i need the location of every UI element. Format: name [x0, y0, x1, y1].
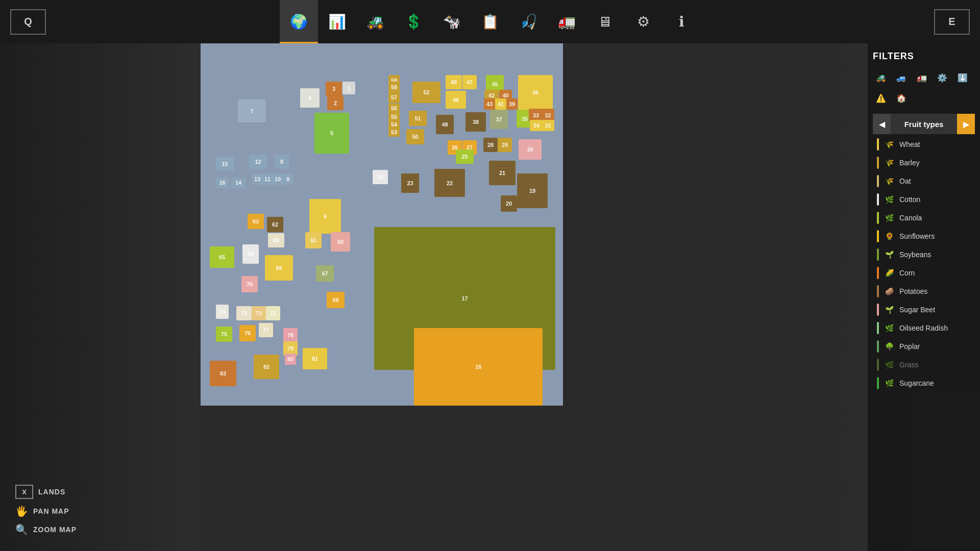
map-parcel[interactable]: 63 [248, 214, 264, 229]
fruit-type-item[interactable]: 🌽Corn [873, 264, 975, 282]
map-parcel[interactable]: 65 [210, 246, 234, 268]
map-parcel[interactable]: 9 [282, 173, 293, 185]
map-parcel[interactable]: 3 [326, 82, 342, 96]
map-container[interactable]: 3142759585248474536574642404341395655514… [201, 43, 563, 406]
map-parcel[interactable]: 83 [210, 361, 236, 386]
map-parcel[interactable]: 80 [285, 354, 296, 365]
fruit-type-item[interactable]: 🌿Cotton [873, 190, 975, 209]
fruit-type-item[interactable]: 🌳Poplar [873, 337, 975, 356]
map-parcel[interactable]: 74 [216, 305, 229, 319]
nav-map-tab[interactable]: 🌍 [280, 0, 318, 43]
nav-info-tab[interactable]: ℹ [663, 0, 701, 43]
map-parcel[interactable]: 71 [266, 306, 280, 320]
q-button[interactable]: Q [10, 9, 46, 35]
map-parcel[interactable]: 8 [275, 155, 289, 169]
map-parcel[interactable]: 25 [456, 149, 474, 164]
map-parcel[interactable]: 53 [388, 128, 400, 137]
filter-house-icon[interactable]: 🏠 [893, 90, 910, 106]
nav-delivery-tab[interactable]: 🎣 [509, 0, 548, 43]
nav-blocks-tab[interactable]: ⚙ [624, 0, 663, 43]
map-parcel[interactable]: 14 [231, 177, 246, 188]
map-parcel[interactable]: 64 [242, 244, 259, 264]
map-parcel[interactable]: 48 [446, 75, 462, 89]
map-parcel[interactable]: 6 [309, 199, 341, 234]
map-parcel[interactable]: 24 [373, 170, 388, 184]
nav-screen-tab[interactable]: 🖥 [586, 0, 624, 43]
fruit-type-item[interactable]: 🌿Grass [873, 356, 975, 374]
fruit-type-item[interactable]: 🌿Oilseed Radish [873, 319, 975, 337]
fruit-type-item[interactable]: 🌾Wheat [873, 135, 975, 154]
map-parcel[interactable]: 37 [490, 110, 508, 129]
map-parcel[interactable]: 36 [518, 75, 553, 110]
map-parcel[interactable]: 43 [484, 98, 495, 110]
map-parcel[interactable]: 50 [406, 129, 424, 144]
map-parcel[interactable]: 31 [542, 120, 554, 131]
fruit-type-item[interactable]: 🥔Potatoes [873, 282, 975, 300]
map-parcel[interactable]: 75 [216, 327, 232, 342]
map-parcel[interactable]: 57 [388, 92, 400, 103]
map-parcel[interactable]: 58 [388, 82, 400, 93]
map-parcel[interactable]: 61 [305, 232, 322, 248]
fruit-types-next-button[interactable]: ▶ [957, 114, 975, 134]
e-button[interactable]: E [934, 9, 970, 35]
map-parcel[interactable]: 82 [254, 355, 279, 379]
map-parcel[interactable]: 38 [465, 112, 486, 132]
fruit-type-item[interactable]: 🌻Sunflowers [873, 227, 975, 245]
map-parcel[interactable]: 2 [327, 96, 344, 110]
map-parcel[interactable]: 10 [272, 173, 283, 185]
map-parcel[interactable]: 70 [241, 276, 258, 292]
map-parcel[interactable]: 12 [249, 155, 267, 169]
filter-tractor-icon[interactable]: 🚜 [873, 69, 889, 86]
map-parcel[interactable]: 41 [495, 98, 506, 110]
fruit-types-prev-button[interactable]: ◀ [873, 114, 891, 134]
map-parcel[interactable]: 28 [483, 138, 498, 152]
map-parcel[interactable]: 29 [498, 138, 512, 152]
filter-jeep-icon[interactable]: 🚙 [893, 69, 910, 86]
map-parcel[interactable]: 16 [216, 177, 229, 188]
fruit-type-item[interactable]: 🌿Sugarcane [873, 374, 975, 392]
map-parcel[interactable]: 23 [401, 173, 419, 193]
fruit-type-item[interactable]: 🌱Sugar Beet [873, 300, 975, 319]
map-parcel[interactable]: 69 [268, 233, 284, 247]
fruit-type-item[interactable]: 🌾Oat [873, 172, 975, 190]
map-parcel[interactable]: 56 [388, 104, 400, 113]
map-parcel[interactable]: 4 [300, 88, 320, 108]
map-parcel[interactable]: 11 [262, 173, 273, 185]
map-parcel[interactable]: 20 [501, 195, 517, 212]
filter-download-icon[interactable]: ⬇️ [954, 69, 971, 86]
fruit-type-item[interactable]: 🌾Barley [873, 154, 975, 172]
nav-contract-tab[interactable]: 📋 [471, 0, 509, 43]
map-parcel[interactable]: 15 [216, 157, 234, 171]
fruit-type-item[interactable]: 🌱Soybeans [873, 245, 975, 264]
nav-machine2-tab[interactable]: 🚛 [548, 0, 586, 43]
map-parcel[interactable]: 5 [314, 113, 349, 154]
nav-vehicle-tab[interactable]: 🚜 [356, 0, 395, 43]
map-parcel[interactable]: 7 [238, 99, 266, 122]
map-parcel[interactable]: 73 [236, 306, 252, 320]
map-parcel[interactable]: 52 [412, 82, 440, 103]
nav-animal-tab[interactable]: 🐄 [433, 0, 471, 43]
map-parcel[interactable]: 81 [303, 348, 327, 369]
map-parcel[interactable]: 1 [342, 82, 355, 94]
map-parcel[interactable]: 34 [530, 120, 543, 131]
map-parcel[interactable]: 68 [327, 292, 345, 308]
map-parcel[interactable]: 67 [316, 265, 334, 282]
map-parcel[interactable]: 19 [517, 173, 548, 208]
map-parcel[interactable]: 47 [462, 75, 477, 89]
filter-gear-icon[interactable]: ⚙️ [934, 69, 950, 86]
nav-money-tab[interactable]: 💲 [395, 0, 433, 43]
filter-alert-icon[interactable]: ⚠️ [873, 90, 889, 106]
map-parcel[interactable]: 21 [489, 161, 516, 185]
map-parcel[interactable]: 62 [267, 217, 283, 232]
map-parcel[interactable]: 78 [283, 328, 298, 342]
map-parcel[interactable]: 13 [252, 173, 263, 185]
map-parcel[interactable]: 76 [239, 325, 256, 341]
nav-stats-tab[interactable]: 📊 [318, 0, 356, 43]
map-parcel[interactable]: 77 [259, 323, 273, 337]
map-parcel[interactable]: 30 [519, 139, 542, 160]
map-parcel[interactable]: 18 [414, 328, 543, 406]
map-parcel[interactable]: 39 [506, 98, 518, 110]
zoom-map-control[interactable]: 🔍 ZOOM MAP [15, 523, 77, 536]
map-parcel[interactable]: 60 [331, 232, 350, 252]
filter-truck-icon[interactable]: 🚛 [914, 69, 930, 86]
